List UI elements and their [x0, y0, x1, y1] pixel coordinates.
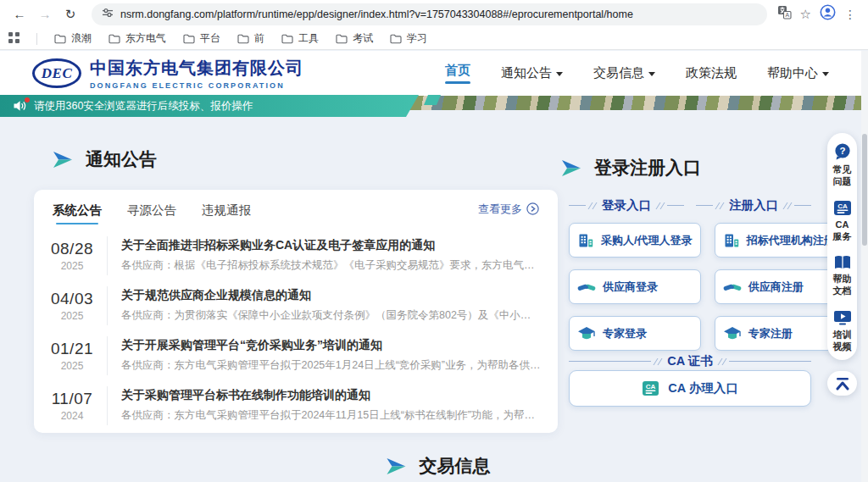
- notice-year: 2024: [41, 410, 103, 422]
- back-icon[interactable]: ←: [8, 3, 31, 25]
- notice-row[interactable]: 04/03 2025 关于规范供应商企业规模信息的通知 各供应商：为贯彻落实《保…: [41, 280, 541, 330]
- nav-item-trade-info[interactable]: 交易信息: [593, 65, 655, 81]
- chrome-menu-icon[interactable]: ⋮: [844, 8, 856, 21]
- profile-avatar-icon[interactable]: [820, 4, 836, 24]
- section-title: 登录注册入口: [594, 156, 701, 180]
- rail-item-ca-service[interactable]: CA CA服务: [832, 200, 853, 243]
- tab-system-notices[interactable]: 系统公告: [53, 199, 102, 219]
- company-logo[interactable]: DEC 中国东方电气集团有限公司 DONGFANG ELECTRIC CORPO…: [32, 57, 303, 90]
- arrow-icon: [53, 152, 73, 168]
- divider: [794, 205, 811, 206]
- rail-item-faq[interactable]: ? 常见问题: [832, 142, 853, 188]
- bookmark-item[interactable]: 浪潮: [54, 31, 92, 46]
- building-icon: [577, 232, 594, 249]
- login-section-header: 登录注册入口: [561, 156, 701, 180]
- site-settings-icon[interactable]: [102, 7, 114, 22]
- notice-date-block: 08/28 2025: [41, 240, 103, 272]
- divider: [107, 236, 108, 275]
- notice-date: 11/07: [41, 390, 103, 408]
- section-title: 交易信息: [419, 454, 490, 478]
- rail-item-help-docs[interactable]: 帮助文档: [832, 254, 853, 297]
- ca-cert-label-row: CA 证书: [569, 353, 811, 369]
- rail-label: 常见问题: [832, 163, 853, 188]
- notices-card: 系统公告 寻源公告 违规通报 查看更多 08/28 2025 关于全面推进非招标…: [34, 190, 558, 433]
- ca-cert-label: CA 证书: [665, 353, 715, 369]
- arrow-icon: [561, 160, 581, 176]
- bookmark-item[interactable]: 平台: [183, 31, 220, 46]
- handshake-icon: [723, 280, 742, 294]
- notice-row[interactable]: 08/28 2025 关于全面推进非招标采购业务CA认证及电子签章应用的通知 各…: [41, 230, 541, 280]
- question-bubble-icon: ?: [833, 142, 852, 161]
- scrollbar-thumb[interactable]: [862, 134, 867, 246]
- address-bar[interactable]: nsrm.dongfang.com/platform/runtime/epp/d…: [92, 3, 767, 25]
- tab-sourcing-notices[interactable]: 寻源公告: [127, 199, 176, 219]
- notice-date-block: 04/03 2025: [41, 290, 103, 322]
- ca-apply-button[interactable]: CA CA 办理入口: [569, 370, 811, 407]
- bookmark-item[interactable]: 学习: [390, 31, 427, 46]
- divider: [107, 386, 108, 425]
- dec-logo-icon: DEC: [32, 58, 81, 88]
- scrollbar-track[interactable]: [861, 51, 868, 482]
- notice-title[interactable]: 关于规范供应商企业规模信息的通知: [121, 288, 541, 303]
- slash-ornament: [715, 202, 725, 209]
- back-to-top-button[interactable]: [827, 371, 857, 396]
- notice-year: 2025: [41, 260, 103, 272]
- chevron-down-icon: [556, 72, 563, 76]
- notices-section-header: 通知公告: [53, 147, 157, 171]
- company-name-cn: 中国东方电气集团有限公司: [90, 57, 303, 80]
- main-nav: 首页 通知公告 交易信息 政策法规 帮助中心: [445, 63, 829, 84]
- supplier-login-button[interactable]: 供应商登录: [569, 269, 701, 304]
- reload-icon[interactable]: ↻: [59, 3, 81, 25]
- nav-item-home[interactable]: 首页: [445, 63, 470, 84]
- divider: [36, 33, 37, 45]
- ca-button-label: CA 办理入口: [668, 380, 737, 396]
- url-text[interactable]: nsrm.dongfang.com/platform/runtime/epp/d…: [120, 8, 633, 20]
- view-more-link[interactable]: 查看更多: [478, 202, 539, 217]
- notice-year: 2025: [41, 310, 103, 322]
- chevron-up-icon: [834, 377, 851, 391]
- divider: [696, 205, 713, 206]
- notice-desc: 各供应商：为贯彻落实《保障中小企业款项支付条例》（国务院令第802号）及《中小企…: [121, 308, 541, 323]
- bookmark-item[interactable]: 考试: [336, 31, 373, 46]
- nav-item-policies[interactable]: 政策法规: [686, 65, 737, 81]
- book-icon: [833, 254, 852, 270]
- bookmark-item[interactable]: 前: [237, 31, 264, 46]
- bookmark-label: 前: [254, 31, 264, 46]
- video-play-icon: [833, 309, 852, 326]
- translate-icon[interactable]: A: [777, 5, 792, 23]
- divider: [667, 205, 684, 206]
- active-underline: [445, 81, 470, 84]
- apps-grid-icon[interactable]: [8, 31, 19, 47]
- graduation-cap-icon: [577, 326, 596, 341]
- bookmark-star-icon[interactable]: ☆: [800, 7, 811, 22]
- trade-section-header: 交易信息: [386, 454, 490, 478]
- notice-title[interactable]: 关于开展采购管理平台“竞价采购业务”培训的通知: [121, 338, 541, 353]
- supplier-register-button[interactable]: 供应商注册: [715, 269, 843, 304]
- nav-item-notices[interactable]: 通知公告: [501, 65, 563, 81]
- notice-row[interactable]: 11/07 2024 关于采购管理平台标书在线制作功能培训的通知 各供应商：东方…: [41, 380, 541, 430]
- slash-ornament: [654, 358, 663, 365]
- chevron-down-icon: [648, 72, 655, 76]
- forward-icon[interactable]: →: [34, 3, 56, 25]
- agency-register-button[interactable]: 招标代理机构注册: [715, 223, 843, 258]
- handshake-icon: [577, 280, 596, 294]
- notice-desc: 各供应商：根据《电子招标投标系统技术规范》《电子采购交易规范》要求，东方电气采购…: [121, 258, 541, 273]
- expert-register-button[interactable]: 专家注册: [715, 316, 843, 351]
- expert-login-button[interactable]: 专家登录: [569, 316, 701, 351]
- bookmarks-bar: 浪潮 东方电气 平台 前 工具 考试 学习: [0, 28, 868, 50]
- bookmark-item[interactable]: 东方电气: [108, 31, 166, 46]
- notice-list: 08/28 2025 关于全面推进非招标采购业务CA认证及电子签章应用的通知 各…: [34, 228, 558, 430]
- rail-item-training-videos[interactable]: 培训视频: [832, 309, 853, 353]
- notice-title[interactable]: 关于全面推进非招标采购业务CA认证及电子签章应用的通知: [121, 238, 541, 253]
- bookmark-item[interactable]: 工具: [281, 31, 319, 46]
- svg-text:CA: CA: [837, 202, 848, 209]
- entry-button-label: 供应商登录: [603, 280, 658, 295]
- notice-title[interactable]: 关于采购管理平台标书在线制作功能培训的通知: [121, 388, 541, 403]
- bookmark-label: 学习: [407, 31, 427, 46]
- notice-row[interactable]: 01/21 2025 关于开展采购管理平台“竞价采购业务”培训的通知 各供应商：…: [41, 330, 541, 380]
- notice-desc: 各供应商：东方电气采购管理平台拟于2025年1月24日上线“竞价采购”业务，为帮…: [121, 358, 541, 373]
- divider: [107, 336, 108, 375]
- tab-violation-reports[interactable]: 违规通报: [202, 199, 251, 219]
- purchaser-login-button[interactable]: 采购人/代理人登录: [569, 223, 701, 258]
- nav-item-help-center[interactable]: 帮助中心: [767, 65, 829, 81]
